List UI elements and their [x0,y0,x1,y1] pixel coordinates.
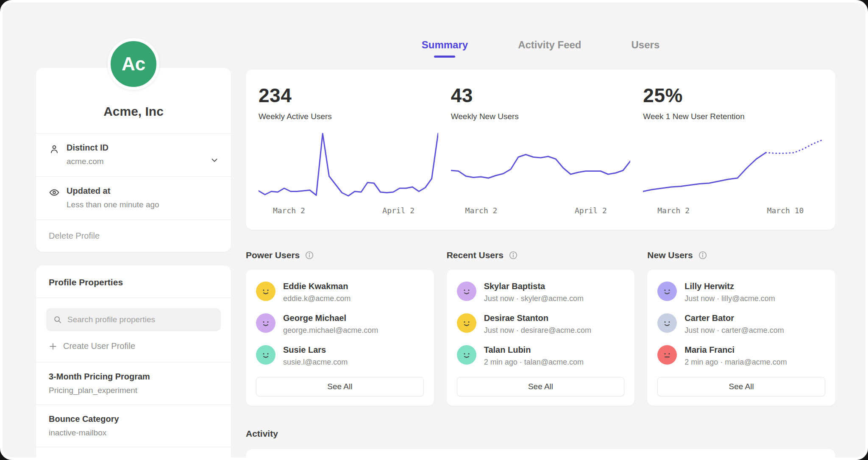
face-icon [259,317,272,329]
see-all-button[interactable]: See All [657,377,825,396]
stat-week1-retention: 25% Week 1 New User Retention March 2 Ma… [643,84,823,220]
user-avatar [657,313,677,333]
face-icon [460,285,473,298]
x-axis-label-end: April 2 [575,206,607,215]
stat-value: 43 [451,84,631,107]
user-name: George Michael [283,313,378,323]
user-avatar [457,282,476,301]
user-name: Eddie Kwakman [283,282,351,291]
face-icon [661,285,673,298]
property-name: 3-Month Pricing Program [49,372,218,382]
profile-properties-title: Profile Properties [36,265,231,298]
property-row-browser[interactable]: Browser Chrome [36,447,231,460]
face-icon [259,285,272,298]
property-row-pricing-program[interactable]: 3-Month Pricing Program Pricing_plan_exp… [36,362,231,404]
power-users-title: Power Users [246,250,300,260]
user-lists-row: Power Users Eddie Kwakman eddie.k@acme.c… [246,250,835,406]
main-content: Summary Activity Feed Users 234 Weekly A… [246,3,835,457]
tab-users[interactable]: Users [632,39,660,58]
power-users-section: Power Users Eddie Kwakman eddie.k@acme.c… [246,250,434,406]
user-name: Desirae Stanton [484,313,591,323]
recent-users-section: Recent Users Skylar Baptista Just now · … [447,250,635,406]
divider [36,298,231,298]
tab-activity-feed[interactable]: Activity Feed [518,39,581,58]
company-avatar-initials: Ac [122,53,145,75]
user-avatar [256,345,275,365]
user-name: Carter Bator [684,313,784,323]
see-all-button[interactable]: See All [256,377,424,396]
search-profile-properties[interactable] [46,308,221,331]
recent-users-card: Skylar Baptista Just now · skyler@acme.c… [447,270,635,406]
updated-at-label: Updated at [67,186,219,196]
x-axis-label-start: March 2 [657,206,690,215]
new-users-card: Lilly Herwitz Just now · lilly@acme.com … [647,270,835,406]
activity-title: Activity [246,429,835,439]
user-meta: Just now · desirare@acme.com [484,326,591,335]
new-users-section: New Users Lilly Herwitz Just now · lilly… [647,250,835,406]
user-list-item[interactable]: George Michael george.michael@acme.com [256,313,424,335]
see-all-button[interactable]: See All [457,377,625,396]
weekly-active-users-chart [259,131,438,199]
user-avatar [457,313,476,333]
stat-weekly-active-users: 234 Weekly Active Users March 2 April 2 [259,84,438,220]
info-icon[interactable] [698,251,707,260]
field-updated-at: Updated at Less than one minute ago [36,177,231,220]
user-meta: eddie.k@acme.com [283,294,351,303]
search-input[interactable] [67,315,214,324]
create-user-profile-button[interactable]: Create User Profile [36,338,231,362]
x-axis-label-start: March 2 [273,206,305,215]
stat-value: 25% [643,84,823,107]
user-meta: 2 min ago · talan@acme.com [484,358,584,367]
new-users-title: New Users [647,250,693,260]
user-name: Maria Franci [684,345,787,355]
user-avatar [256,313,275,333]
create-user-profile-label: Create User Profile [63,341,135,351]
recent-users-title: Recent Users [447,250,504,260]
info-icon[interactable] [305,251,314,260]
person-icon [49,144,60,155]
user-name: Lilly Herwitz [684,282,775,291]
user-meta: Just now · skyler@acme.com [484,294,584,303]
user-meta: 2 min ago · maria@acme.com [684,358,787,367]
user-list-item[interactable]: Lilly Herwitz Just now · lilly@acme.com [657,282,825,303]
property-name: Browser [49,457,218,460]
user-name: Susie Lars [283,345,348,355]
updated-at-value: Less than one minute ago [67,200,219,209]
chevron-down-icon[interactable] [210,156,219,165]
user-list-item[interactable]: Susie Lars susie.l@acme.com [256,345,424,367]
user-list-item[interactable]: Skylar Baptista Just now · skyler@acme.c… [457,282,625,303]
distinct-id-value: acme.com [67,157,203,166]
tab-bar: Summary Activity Feed Users [246,39,835,58]
property-row-bounce-category[interactable]: Bounce Category inactive-mailbox [36,405,231,447]
user-meta: Just now · lilly@acme.com [684,294,775,303]
user-list-item[interactable]: Maria Franci 2 min ago · maria@acme.com [657,345,825,367]
face-icon [661,348,673,361]
company-avatar: Ac [108,38,159,90]
stat-weekly-new-users: 43 Weekly New Users March 2 April 2 [451,84,631,220]
week1-retention-chart [643,131,823,199]
field-distinct-id: Distinct ID acme.com [36,134,231,176]
user-list-item[interactable]: Carter Bator Just now · carter@acme.com [657,313,825,335]
user-list-item[interactable]: Desirae Stanton Just now · desirare@acme… [457,313,625,335]
info-icon[interactable] [509,251,518,260]
user-list-item[interactable]: Talan Lubin 2 min ago · talan@acme.com [457,345,625,367]
activity-card: 234 240 3.4k [246,449,835,460]
face-icon [259,348,272,361]
profile-card: Ac Acme, Inc Distinct ID acme.com [36,68,231,252]
user-list-item[interactable]: Eddie Kwakman eddie.k@acme.com [256,282,424,303]
distinct-id-label: Distinct ID [67,143,203,153]
face-icon [460,317,473,329]
x-axis-label-end: March 10 [767,206,804,215]
delete-profile-button[interactable]: Delete Profile [36,220,231,252]
weekly-new-users-chart [451,131,631,199]
tab-summary[interactable]: Summary [422,39,468,58]
app-window: Ac Acme, Inc Distinct ID acme.com [0,0,868,460]
stat-label: Week 1 New User Retention [643,112,823,121]
property-value: inactive-mailbox [49,428,218,438]
x-axis-label-start: March 2 [465,206,498,215]
property-value: Pricing_plan_experiment [49,386,218,395]
property-name: Bounce Category [49,414,218,424]
user-name: Talan Lubin [484,345,584,355]
face-icon [661,317,673,329]
power-users-card: Eddie Kwakman eddie.k@acme.com George Mi… [246,270,434,406]
